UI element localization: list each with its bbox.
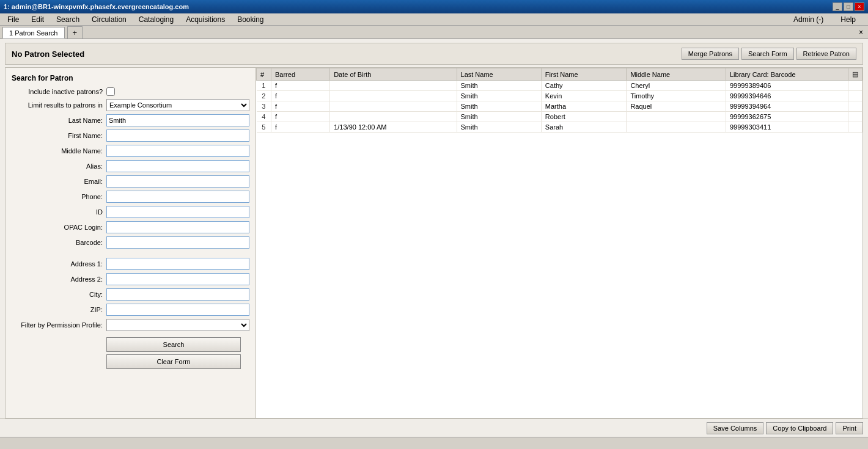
col-dob[interactable]: Date of Birth: [330, 68, 457, 81]
title-bar-controls[interactable]: _ □ ×: [833, 2, 864, 11]
cell-num: 5: [257, 122, 271, 133]
last-name-input[interactable]: [106, 114, 249, 126]
barcode-input[interactable]: [106, 236, 249, 249]
table-row[interactable]: 1 f Smith Cathy Cheryl 99999389406: [257, 81, 862, 91]
cell-dob: [330, 112, 457, 122]
menu-help[interactable]: Help: [836, 14, 861, 25]
menu-acquisitions[interactable]: Acquisitions: [181, 14, 230, 25]
save-columns-button[interactable]: Save Columns: [707, 422, 764, 434]
phone-row: Phone:: [12, 191, 249, 203]
tab-bar: 1 Patron Search + ×: [0, 26, 868, 39]
middle-name-row: Middle Name:: [12, 145, 249, 157]
title-bar-text: 1: admin@BR1-winxpvmfx.phasefx.evergreen…: [4, 3, 189, 10]
minimize-button[interactable]: _: [833, 2, 842, 11]
id-label: ID: [12, 208, 106, 216]
tab-patron-search[interactable]: 1 Patron Search: [2, 27, 65, 38]
limit-results-select[interactable]: Example Consortium: [106, 99, 249, 111]
header-buttons: Merge Patrons Search Form Retrieve Patro…: [682, 48, 856, 60]
cell-dob: [330, 91, 457, 101]
opac-login-input[interactable]: [106, 221, 249, 233]
cell-dob: 1/13/90 12:00 AM: [330, 122, 457, 133]
phone-input[interactable]: [106, 191, 249, 203]
address1-input[interactable]: [106, 258, 249, 270]
merge-patrons-button[interactable]: Merge Patrons: [682, 48, 739, 60]
id-row: ID: [12, 206, 249, 218]
cell-num: 2: [257, 91, 271, 101]
alias-input[interactable]: [106, 160, 249, 172]
tab-add-button[interactable]: +: [67, 26, 83, 38]
bottom-bar: Save Columns Copy to Clipboard Print: [0, 418, 868, 437]
menu-circulation[interactable]: Circulation: [87, 14, 131, 25]
zip-label: ZIP:: [12, 306, 106, 313]
menu-search[interactable]: Search: [51, 14, 84, 25]
cell-middle-name: Cheryl: [627, 81, 726, 91]
menu-file[interactable]: File: [2, 14, 24, 25]
menu-admin[interactable]: Admin (-): [789, 14, 828, 25]
table-row[interactable]: 5 f 1/13/90 12:00 AM Smith Sarah 9999930…: [257, 122, 862, 133]
menu-booking[interactable]: Booking: [232, 14, 268, 25]
maximize-button[interactable]: □: [844, 2, 853, 11]
clear-form-button[interactable]: Clear Form: [106, 354, 241, 369]
cell-last-name: Smith: [457, 101, 541, 112]
city-input[interactable]: [106, 288, 249, 301]
cell-expand: [848, 91, 862, 101]
first-name-input[interactable]: [106, 130, 249, 142]
table-row[interactable]: 2 f Smith Kevin Timothy 99999394646: [257, 91, 862, 101]
cell-last-name: Smith: [457, 91, 541, 101]
barcode-label: Barcode:: [12, 239, 106, 246]
address2-input[interactable]: [106, 273, 249, 285]
last-name-row: Last Name:: [12, 114, 249, 126]
menu-edit[interactable]: Edit: [26, 14, 49, 25]
email-input[interactable]: [106, 175, 249, 188]
cell-barred: f: [271, 112, 330, 122]
col-barred[interactable]: Barred: [271, 68, 330, 81]
table-row[interactable]: 4 f Smith Robert 99999362675: [257, 112, 862, 122]
filter-profile-select[interactable]: [106, 319, 249, 331]
search-buttons: Search Clear Form: [12, 337, 249, 369]
search-panel: Search for Patron Include inactive patro…: [6, 68, 256, 418]
id-input[interactable]: [106, 206, 249, 218]
opac-login-row: OPAC Login:: [12, 221, 249, 233]
col-expand[interactable]: ▤: [848, 68, 862, 81]
tab-close-icon[interactable]: ×: [856, 28, 866, 37]
menu-right: Admin (-) Help: [789, 14, 866, 25]
cell-expand: [848, 122, 862, 133]
middle-name-input[interactable]: [106, 145, 249, 157]
cell-dob: [330, 81, 457, 91]
zip-input[interactable]: [106, 304, 249, 316]
include-inactive-checkbox[interactable]: [106, 87, 115, 96]
cell-middle-name: [627, 112, 726, 122]
header-bar: No Patron Selected Merge Patrons Search …: [5, 43, 863, 65]
cell-barcode: 99999389406: [726, 81, 848, 91]
last-name-label: Last Name:: [12, 117, 106, 124]
search-form-button[interactable]: Search Form: [741, 48, 794, 60]
menu-cataloging[interactable]: Cataloging: [134, 14, 178, 25]
search-button[interactable]: Search: [106, 337, 241, 352]
cell-expand: [848, 81, 862, 91]
close-button[interactable]: ×: [855, 2, 864, 11]
cell-middle-name: Timothy: [627, 91, 726, 101]
cell-barcode: 99999303411: [726, 122, 848, 133]
patron-status: No Patron Selected: [12, 49, 84, 59]
cell-first-name: Sarah: [541, 122, 627, 133]
title-bar: 1: admin@BR1-winxpvmfx.phasefx.evergreen…: [0, 0, 868, 13]
retrieve-patron-button[interactable]: Retrieve Patron: [796, 48, 856, 60]
table-row[interactable]: 3 f Smith Martha Raquel 99999394964: [257, 101, 862, 112]
col-last-name[interactable]: Last Name: [457, 68, 541, 81]
status-bar: [0, 437, 868, 449]
address1-label: Address 1:: [12, 260, 106, 268]
col-barcode[interactable]: Library Card: Barcode: [726, 68, 848, 81]
search-results-area: Search for Patron Include inactive patro…: [5, 67, 863, 418]
opac-login-label: OPAC Login:: [12, 224, 106, 231]
col-first-name[interactable]: First Name: [541, 68, 627, 81]
col-middle-name[interactable]: Middle Name: [627, 68, 726, 81]
include-inactive-row: Include inactive patrons?: [12, 87, 249, 96]
cell-barcode: 99999362675: [726, 112, 848, 122]
cell-last-name: Smith: [457, 112, 541, 122]
cell-expand: [848, 101, 862, 112]
print-button[interactable]: Print: [836, 422, 863, 434]
copy-clipboard-button[interactable]: Copy to Clipboard: [766, 422, 833, 434]
results-tbody: 1 f Smith Cathy Cheryl 99999389406 2 f S…: [257, 81, 862, 133]
results-panel: # Barred Date of Birth Last Name First N…: [256, 68, 862, 418]
cell-first-name: Martha: [541, 101, 627, 112]
